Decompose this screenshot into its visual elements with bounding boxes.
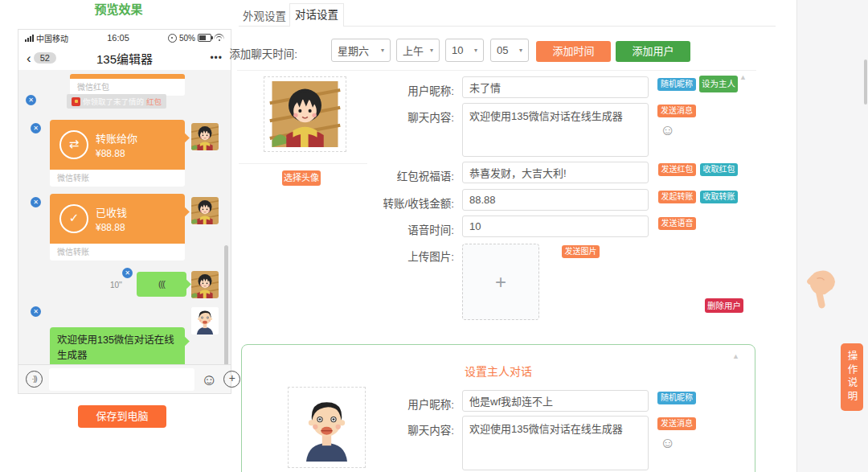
transfer-amount: ¥88.88 — [96, 148, 137, 159]
user-avatar-preview — [264, 76, 346, 152]
tab-appearance-settings[interactable]: 外观设置 — [243, 7, 286, 23]
choose-avatar-button[interactable]: 选择头像 — [282, 170, 321, 186]
hour-select[interactable]: 10▾ — [445, 39, 484, 62]
emoji-picker-icon[interactable]: ☺ — [660, 122, 675, 137]
red-packet-icon — [72, 97, 80, 106]
pointer-hand-icon — [802, 265, 839, 315]
girl-avatar — [191, 271, 219, 298]
emoji-picker-icon[interactable]: ☺ — [660, 435, 675, 450]
delete-message-icon[interactable]: ✕ — [31, 197, 41, 207]
signal-icon — [25, 35, 34, 42]
battery-icon — [198, 34, 211, 42]
redpacket-card-partial: 微信红包 — [70, 74, 185, 96]
send-message-button[interactable]: 发送消息 — [657, 105, 696, 117]
avatar-divider — [239, 163, 367, 164]
wifi-icon — [214, 34, 224, 42]
minute-select-value: 05 — [497, 44, 508, 56]
week-select[interactable]: 星期六▾ — [331, 39, 391, 62]
voice-time-input[interactable] — [462, 215, 649, 237]
random-nickname-button[interactable]: 随机昵称 — [657, 78, 696, 91]
emoji-icon[interactable]: ☺ — [201, 371, 217, 388]
plus-icon[interactable]: + — [223, 371, 240, 388]
message-input[interactable] — [49, 368, 194, 391]
send-redpacket-button[interactable]: 发送红包 — [658, 163, 696, 176]
chevron-down-icon: ▾ — [519, 47, 522, 54]
plus-icon: + — [495, 271, 506, 293]
ampm-select[interactable]: 上午▾ — [396, 39, 440, 62]
transfer-footer: 微信转账 — [50, 170, 185, 187]
delete-user-button[interactable]: 删除用户 — [705, 298, 743, 313]
voice-waves-icon: ((( — [158, 279, 165, 289]
receive-redpacket-button[interactable]: 收取红包 — [700, 163, 738, 176]
clock-label: 16:05 — [68, 33, 168, 43]
preview-title: 预览效果 — [0, 0, 237, 17]
app: 预览效果 中国移动 16:05 50% ‹ 52 135编辑器 ••• 微信红包 — [0, 0, 868, 472]
text-message-bubble: 欢迎使用135微信对话在线生成器 — [50, 327, 185, 366]
delete-message-icon[interactable]: ✕ — [31, 123, 41, 133]
nickname-input[interactable] — [462, 76, 649, 98]
transfer-amount: ¥88.88 — [96, 222, 127, 233]
carrier-label: 中国移动 — [36, 32, 68, 44]
delete-message-icon[interactable]: ✕ — [26, 95, 36, 105]
phone-preview: 中国移动 16:05 50% ‹ 52 135编辑器 ••• 微信红包 ✕ — [18, 29, 231, 394]
transfer-footer: 微信转账 — [50, 244, 185, 261]
set-master-button[interactable]: 设为主人 — [699, 76, 738, 92]
check-icon: ✓ — [59, 204, 88, 233]
receive-transfer-button[interactable]: 收取转账 — [700, 191, 738, 203]
redpacket-card-footer: 微信红包 — [70, 79, 185, 96]
upload-image-box[interactable]: + — [462, 244, 539, 320]
transfer-title: 转账给你 — [96, 130, 137, 146]
add-user-button[interactable]: 添加用户 — [616, 41, 690, 62]
page-scrollbar[interactable] — [864, 60, 867, 105]
add-time-button[interactable]: 添加时间 — [536, 41, 611, 62]
chevron-down-icon: ▾ — [381, 47, 384, 54]
girl-avatar — [191, 197, 219, 224]
girl-avatar — [191, 123, 219, 150]
chevron-down-icon: ▾ — [474, 47, 477, 54]
boy-avatar — [191, 307, 219, 335]
chat-content-label: 聊天内容: — [354, 421, 454, 437]
transfer-out-card: ⇄ 转账给你 ¥88.88 微信转账 — [50, 120, 185, 187]
hour-select-value: 10 — [452, 44, 463, 56]
voice-duration: 10'' — [110, 281, 122, 289]
transfer-arrows-icon: ⇄ — [59, 130, 88, 159]
master-content-textarea[interactable]: 欢迎使用135微信对话在线生成器 — [462, 416, 649, 470]
collapse-icon[interactable]: ▲ — [732, 352, 739, 360]
master-nickname-input[interactable] — [462, 390, 649, 412]
message-input-bar: ·)) ☺ + — [18, 364, 231, 393]
week-select-value: 星期六 — [338, 43, 369, 58]
send-transfer-button[interactable]: 发起转账 — [658, 191, 696, 203]
chat-area: 微信红包 ✕ 你领取了未了情的红包 ✕ ⇄ 转账给你 ¥88.88 — [18, 70, 231, 366]
transfer-title: 已收钱 — [96, 204, 127, 220]
delete-message-icon[interactable]: ✕ — [31, 306, 41, 317]
notice-text: 你领取了未了情的 — [83, 96, 144, 107]
transfer-amount-input[interactable] — [462, 189, 649, 211]
minute-select[interactable]: 05▾ — [490, 39, 529, 62]
voice-time-label: 语音时间: — [354, 221, 454, 237]
ampm-select-value: 上午 — [403, 43, 424, 58]
chat-content-textarea[interactable]: 欢迎使用135微信对话在线生成器 — [462, 103, 649, 157]
transfer-amount-label: 转账/收钱金额: — [354, 195, 454, 211]
voice-input-icon[interactable]: ·)) — [26, 371, 43, 388]
random-nickname-button[interactable]: 随机昵称 — [657, 392, 696, 404]
nickname-label: 用户昵称: — [354, 396, 454, 412]
save-to-computer-button[interactable]: 保存到电脑 — [78, 405, 166, 428]
help-instructions-tab[interactable]: 操作说明 — [841, 343, 863, 411]
voice-message-bubble[interactable]: ((( — [137, 272, 186, 297]
send-message-button[interactable]: 发送消息 — [657, 417, 696, 430]
more-menu-icon[interactable]: ••• — [210, 52, 223, 64]
chat-scrollbar[interactable] — [224, 245, 228, 366]
redpacket-blessing-input[interactable] — [462, 162, 649, 183]
redpacket-notice: 你领取了未了情的红包 — [67, 94, 166, 109]
message-text: 欢迎使用135微信对话在线生成器 — [57, 335, 174, 361]
collapse-icon[interactable]: ▲ — [739, 73, 747, 81]
transfer-in-card: ✓ 已收钱 ¥88.88 微信转账 — [50, 194, 185, 261]
notice-highlight: 红包 — [146, 96, 162, 107]
tab-dialog-settings[interactable]: 对话设置 — [289, 3, 344, 27]
section-divider — [237, 70, 756, 71]
delete-message-icon[interactable]: ✕ — [122, 268, 133, 278]
master-section-title: 设置主人对话 — [241, 363, 755, 379]
send-image-button[interactable]: 发送图片 — [562, 245, 600, 258]
nickname-label: 用户昵称: — [354, 82, 454, 98]
send-voice-button[interactable]: 发送语音 — [658, 217, 696, 230]
